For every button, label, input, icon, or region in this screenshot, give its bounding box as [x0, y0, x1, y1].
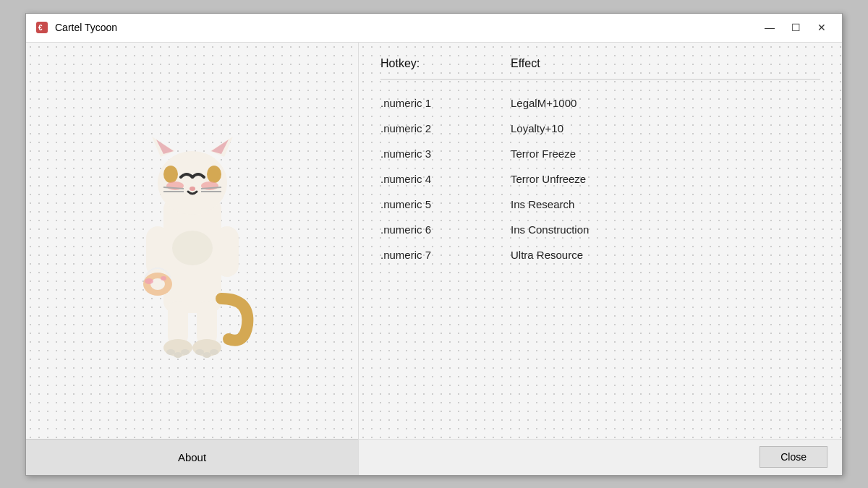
- window-close-button[interactable]: ✕: [810, 17, 833, 38]
- svg-point-23: [145, 278, 153, 284]
- title-bar: € Cartel Tycoon — ☐ ✕: [26, 14, 842, 43]
- hotkey-effect: Loyalty+10: [511, 122, 563, 134]
- hotkey-key: .numeric 5: [380, 198, 511, 210]
- col-hotkey-header: Hotkey:: [380, 57, 511, 70]
- hotkey-effect: Terror Freeze: [511, 147, 576, 160]
- svg-point-31: [174, 352, 182, 358]
- svg-point-24: [161, 276, 166, 281]
- about-button-area: About: [26, 439, 358, 475]
- minimize-button[interactable]: —: [758, 17, 781, 38]
- svg-point-30: [166, 349, 175, 355]
- svg-point-34: [203, 352, 211, 358]
- col-effect-header: Effect: [511, 57, 540, 70]
- hotkey-key: .numeric 2: [380, 122, 511, 134]
- close-button[interactable]: Close: [760, 446, 827, 468]
- content-area: About Hotkey: Effect .numeric 1LegalM+10…: [26, 43, 842, 475]
- table-row: .numeric 6Ins Construction: [380, 223, 820, 236]
- app-icon: €: [35, 20, 49, 35]
- main-window: € Cartel Tycoon — ☐ ✕: [25, 13, 843, 476]
- svg-rect-27: [197, 301, 217, 345]
- svg-point-25: [172, 231, 213, 265]
- cat-image: [120, 111, 265, 371]
- left-panel: About: [26, 43, 359, 475]
- table-header: Hotkey: Effect: [380, 57, 820, 80]
- hotkey-key: .numeric 3: [380, 147, 511, 160]
- hotkey-effect: Terror Unfreeze: [511, 173, 586, 185]
- table-row: .numeric 7Ultra Resource: [380, 249, 820, 261]
- hotkey-effect: Ultra Resource: [511, 249, 583, 261]
- maximize-button[interactable]: ☐: [784, 17, 807, 38]
- table-row: .numeric 2Loyalty+10: [380, 122, 820, 134]
- svg-text:€: €: [38, 24, 43, 32]
- bottom-bar: Close: [359, 439, 842, 475]
- svg-rect-26: [168, 301, 188, 345]
- svg-point-32: [181, 349, 190, 355]
- svg-rect-18: [216, 226, 239, 277]
- hotkey-key: .numeric 1: [380, 97, 511, 109]
- right-panel: Hotkey: Effect .numeric 1LegalM+1000.num…: [359, 43, 842, 475]
- svg-point-8: [163, 166, 178, 183]
- svg-point-33: [195, 349, 204, 355]
- svg-point-35: [210, 349, 218, 355]
- svg-point-9: [207, 166, 221, 183]
- hotkey-effect: LegalM+1000: [511, 97, 576, 109]
- hotkey-rows-container: .numeric 1LegalM+1000.numeric 2Loyalty+1…: [380, 97, 820, 261]
- cat-image-container: [26, 43, 358, 439]
- about-button[interactable]: About: [26, 440, 358, 475]
- window-title: Cartel Tycoon: [55, 22, 758, 33]
- hotkey-table: Hotkey: Effect .numeric 1LegalM+1000.num…: [359, 43, 842, 439]
- window-controls: — ☐ ✕: [758, 17, 833, 38]
- hotkey-key: .numeric 4: [380, 173, 511, 185]
- table-row: .numeric 4Terror Unfreeze: [380, 173, 820, 185]
- table-row: .numeric 3Terror Freeze: [380, 147, 820, 160]
- hotkey-effect: Ins Construction: [511, 223, 589, 236]
- table-row: .numeric 5Ins Research: [380, 198, 820, 210]
- table-row: .numeric 1LegalM+1000: [380, 97, 820, 109]
- hotkey-key: .numeric 7: [380, 249, 511, 261]
- hotkey-key: .numeric 6: [380, 223, 511, 236]
- hotkey-effect: Ins Research: [511, 198, 574, 210]
- svg-point-3: [158, 151, 227, 215]
- svg-point-12: [190, 187, 195, 191]
